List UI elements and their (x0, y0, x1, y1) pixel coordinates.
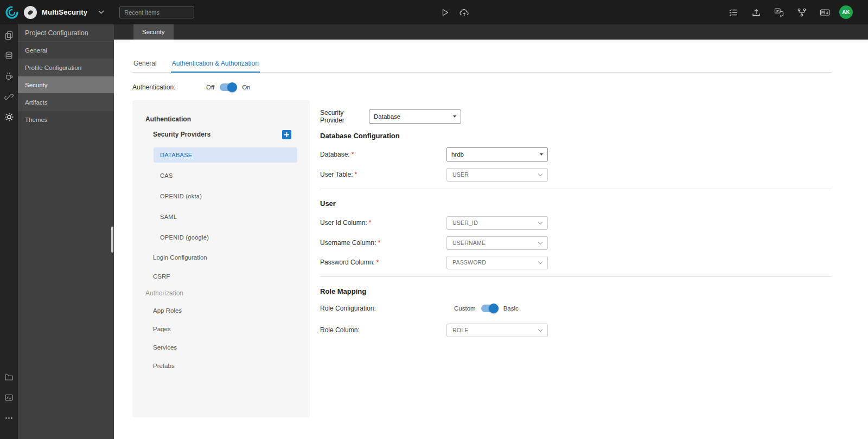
role-configuration-label: Role Configuration: (320, 305, 446, 312)
required-marker: * (376, 259, 379, 266)
toggle-knob (227, 82, 237, 92)
tree-item-saml-provider[interactable]: SAML (154, 209, 297, 224)
database-label-text: Database: (320, 151, 350, 158)
tree-item-openid-okta-provider[interactable]: OPENID (okta) (154, 189, 297, 204)
recent-items-input[interactable] (119, 7, 194, 18)
database-icon[interactable] (0, 45, 18, 66)
tree-item-csrf[interactable]: CSRF (132, 267, 310, 285)
tree-item-cas-provider[interactable]: CAS (154, 168, 297, 183)
role-mapping-heading: Role Mapping (320, 287, 366, 295)
chevron-down-icon (538, 220, 542, 224)
database-value: hrdb (451, 151, 464, 158)
role-configuration-toggle[interactable] (481, 305, 498, 312)
role-toggle-basic-label: Basic (503, 305, 519, 312)
settings-gear-icon[interactable] (0, 107, 18, 127)
section-divider (320, 276, 832, 277)
role-configuration-row: Role Configuration: Custom Basic (320, 301, 519, 315)
deploy-button[interactable] (459, 0, 470, 24)
tree-item-app-roles[interactable]: App Roles (132, 301, 310, 320)
project-icon (24, 6, 37, 19)
sidebar-item-security[interactable]: Security (18, 76, 114, 93)
java-services-icon[interactable] (0, 66, 18, 86)
tree-item-pages[interactable]: Pages (132, 320, 310, 338)
database-select[interactable]: hrdb (446, 147, 548, 162)
main-content: General Authentication & Authorization A… (114, 40, 868, 439)
tab-authentication-authorization[interactable]: Authentication & Authorization (171, 55, 260, 73)
play-icon (439, 7, 450, 18)
project-switcher[interactable]: MultiSecurity (24, 6, 104, 19)
task-list-icon[interactable] (728, 7, 739, 18)
chevron-down-icon (538, 259, 542, 263)
chevron-down-icon (538, 171, 542, 176)
sidebar-item-general[interactable]: General (18, 41, 114, 59)
translate-icon[interactable] (774, 7, 784, 18)
tree-item-openid-google-provider[interactable]: OPENID (google) (154, 230, 297, 245)
chevron-down-icon (538, 240, 542, 244)
project-config-sidebar: Project Configuration General Profile Co… (18, 24, 114, 439)
password-column-label: Password Column:* (320, 259, 446, 266)
security-provider-select[interactable]: Database (369, 109, 461, 124)
terminal-icon[interactable] (0, 387, 18, 408)
tab-security[interactable]: Security (133, 24, 174, 40)
topbar: MultiSecurity (0, 0, 868, 24)
tree-item-database-provider[interactable]: DATABASE (154, 147, 297, 163)
fork-icon[interactable] (796, 7, 807, 18)
project-name: MultiSecurity (42, 8, 87, 16)
chevron-down-icon[interactable] (98, 10, 104, 14)
security-providers-label: Security Providers (153, 131, 210, 138)
authentication-toggle-row: Authentication: Off On (132, 80, 250, 95)
username-column-row: Username Column:* USERNAME (320, 236, 548, 250)
sidebar-title: Project Configuration (18, 24, 114, 41)
toggle-off-label: Off (206, 84, 214, 91)
password-label-text: Password Column: (320, 259, 375, 266)
security-provider-label: Security Provider (320, 109, 369, 124)
database-field-row: Database:* hrdb (320, 147, 548, 162)
required-marker: * (352, 151, 354, 158)
user-avatar[interactable]: AK (839, 5, 853, 19)
document-tabstrip: Security (114, 24, 868, 40)
required-marker: * (354, 171, 357, 178)
required-marker: * (369, 219, 372, 227)
user-id-column-value: USER_ID (452, 220, 478, 226)
provider-row: DATABASE (132, 145, 310, 165)
security-provider-row: Security Provider Database (320, 109, 461, 124)
tree-item-services[interactable]: Services (132, 338, 310, 357)
user-table-value: USER (452, 171, 469, 178)
user-table-field-row: User Table:* USER (320, 167, 548, 182)
database-configuration-heading: Database Configuration (320, 131, 400, 140)
toggle-knob (489, 304, 499, 313)
password-column-select[interactable]: PASSWORD (446, 256, 548, 269)
pages-icon[interactable] (0, 24, 18, 45)
role-column-select[interactable]: ROLE (446, 324, 548, 337)
user-table-select[interactable]: USER (446, 168, 548, 182)
provider-list: DATABASE CAS OPENID (okta) SAML OPENID (… (132, 145, 310, 248)
sidebar-scrollbar[interactable] (111, 227, 113, 253)
apis-icon[interactable] (0, 86, 18, 107)
user-id-column-select[interactable]: USER_ID (446, 216, 548, 230)
tree-item-prefabs[interactable]: Prefabs (132, 357, 310, 375)
required-marker: * (378, 239, 380, 247)
app-window: MultiSecurity (0, 0, 868, 439)
sidebar-item-themes[interactable]: Themes (18, 111, 114, 128)
password-column-value: PASSWORD (452, 259, 486, 266)
section-divider (320, 189, 832, 189)
provider-row: CAS (132, 165, 310, 186)
sidebar-item-profile-configuration[interactable]: Profile Configuration (18, 59, 114, 76)
export-icon[interactable] (751, 7, 762, 18)
folder-icon[interactable] (0, 366, 18, 387)
user-table-label: User Table:* (320, 171, 446, 178)
wavemaker-logo-icon[interactable] (4, 5, 20, 20)
authentication-label: Authentication: (132, 83, 206, 91)
sidebar-item-artifacts[interactable]: Artifacts (18, 93, 114, 111)
more-icon[interactable] (0, 408, 18, 428)
tree-item-login-configuration[interactable]: Login Configuration (132, 248, 310, 267)
role-column-label: Role Column: (320, 326, 446, 334)
username-column-select[interactable]: USERNAME (446, 236, 548, 250)
chevron-down-icon (538, 327, 542, 331)
authentication-toggle[interactable] (220, 83, 237, 91)
run-button[interactable] (439, 0, 450, 24)
tab-general[interactable]: General (132, 55, 158, 73)
add-provider-button[interactable] (282, 130, 291, 139)
left-rail (0, 24, 18, 439)
markdown-icon[interactable] (819, 7, 830, 18)
